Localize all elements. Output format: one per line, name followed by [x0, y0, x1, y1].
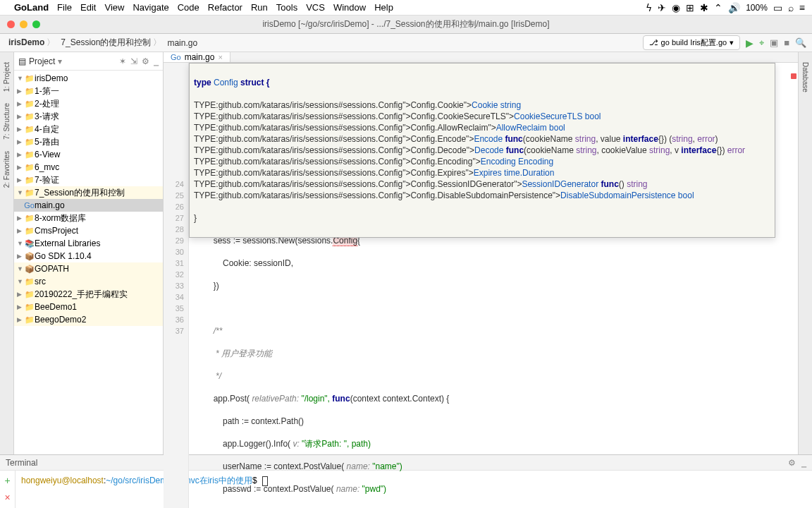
traffic-lights: [0, 20, 40, 28]
locate-icon[interactable]: ✶: [119, 56, 126, 66]
battery-icon[interactable]: ▭: [773, 2, 782, 13]
editor-tab[interactable]: Go main.go ×: [164, 52, 230, 62]
rail-database[interactable]: Database: [801, 62, 809, 92]
hide-icon[interactable]: ⎯: [801, 458, 806, 468]
search-icon[interactable]: 🔍: [795, 37, 806, 48]
run-config-label: go build Iris配置.go: [661, 37, 727, 48]
main-area: 1: Project 7: Structure 2: Favorites ▤ P…: [0, 52, 812, 454]
code-area[interactable]: type Config struct { TYPE:github.com/kat…: [189, 63, 798, 508]
wifi-icon[interactable]: ⌃: [714, 2, 722, 13]
close-tab-icon[interactable]: ×: [218, 53, 222, 61]
editor-tabs: Go main.go ×: [164, 52, 798, 63]
tree-item[interactable]: Gomain.go: [14, 199, 163, 212]
tree-item[interactable]: ▶📁4-自定: [14, 123, 163, 135]
minimize-window[interactable]: [20, 20, 27, 28]
tray-icon[interactable]: ⌕: [788, 2, 794, 13]
go-file-icon: Go: [171, 53, 181, 61]
macos-menubar: GoLand File Edit View Navigate Code Refa…: [0, 0, 812, 16]
tray-icon[interactable]: ≡: [799, 2, 805, 13]
app-name[interactable]: GoLand: [14, 2, 49, 13]
close-session-icon[interactable]: ×: [4, 492, 10, 503]
maximize-window[interactable]: [32, 20, 40, 28]
close-window[interactable]: [7, 20, 15, 28]
navigation-bar: irisDemo 7_Session的使用和控制 main.go ⎇ go bu…: [0, 34, 812, 52]
new-session-icon[interactable]: +: [4, 475, 10, 486]
gear-icon[interactable]: ⚙: [142, 56, 149, 66]
title-bar: irisDemo [~/go/src/irisDemo] - .../7_Ses…: [0, 16, 812, 34]
macos-tray: ϟ ✈ ◉ ⊞ ✱ ⌃ 🔊 100% ▭ ⌕ ≡: [646, 2, 805, 13]
tray-icon[interactable]: ✈: [658, 2, 666, 13]
menu-tools[interactable]: Tools: [276, 2, 297, 13]
right-tool-rail: Database: [798, 52, 812, 454]
hammer-icon: ⎇: [649, 38, 658, 47]
menu-navigate[interactable]: Navigate: [133, 2, 168, 13]
window-title: irisDemo [~/go/src/irisDemo] - .../7_Ses…: [262, 18, 549, 30]
tree-item[interactable]: ▶📁BeeDemo1: [14, 301, 163, 313]
tree-item[interactable]: ▶📁2-处理: [14, 97, 163, 110]
editor-body[interactable]: 2425262728293031323334353637 type Config…: [164, 63, 798, 508]
collapse-icon[interactable]: ⇲: [130, 56, 137, 66]
menu-code[interactable]: Code: [178, 2, 199, 13]
tree-item[interactable]: ▶📦Go SDK 1.10.4: [14, 250, 163, 262]
menu-help[interactable]: Help: [374, 2, 393, 13]
tree-item[interactable]: ▶📁8-xorm数据库: [14, 212, 163, 224]
project-title: Project: [29, 56, 55, 66]
tree-item[interactable]: ▼📚External Libraries: [14, 237, 163, 250]
tree-item[interactable]: ▶📁7-验证: [14, 174, 163, 186]
stop-button[interactable]: ■: [784, 37, 789, 48]
tree-item[interactable]: ▶📁6-View: [14, 148, 163, 161]
tray-icon[interactable]: ◉: [672, 2, 680, 13]
tab-label: main.go: [185, 52, 215, 62]
run-button[interactable]: ▶: [746, 37, 753, 49]
tree-item[interactable]: ▶📁1-第一: [14, 85, 163, 97]
rail-favorites[interactable]: 2: Favorites: [3, 151, 11, 188]
tree-item[interactable]: ▶📁3-请求: [14, 110, 163, 123]
debug-button[interactable]: ⌖: [759, 37, 764, 49]
volume-icon[interactable]: 🔊: [728, 2, 740, 13]
tray-icon[interactable]: ⊞: [686, 2, 694, 13]
menu-edit[interactable]: Edit: [80, 2, 96, 13]
chevron-down-icon[interactable]: ▾: [58, 56, 62, 66]
breadcrumb[interactable]: irisDemo: [6, 37, 58, 49]
editor-area: Go main.go × 242526272829303132333435363…: [164, 52, 798, 454]
left-tool-rail: 1: Project 7: Structure 2: Favorites: [0, 52, 14, 454]
run-config-select[interactable]: ⎇ go build Iris配置.go ▾: [643, 35, 741, 50]
doc-popup: type Config struct { TYPE:github.com/kat…: [189, 63, 775, 238]
menu-file[interactable]: File: [57, 2, 72, 13]
breadcrumb[interactable]: main.go: [164, 38, 200, 48]
project-header: ▤ Project ▾ ✶ ⇲ ⚙ ⎯: [14, 52, 163, 71]
rail-structure[interactable]: 7: Structure: [3, 103, 11, 140]
tree-item[interactable]: ▶📁CmsProject: [14, 224, 163, 237]
menu-vcs[interactable]: VCS: [306, 2, 325, 13]
error-marker[interactable]: [791, 73, 796, 79]
battery-pct: 100%: [746, 3, 768, 13]
tray-icon[interactable]: ϟ: [646, 2, 652, 13]
tree-item[interactable]: ▼📁src: [14, 275, 163, 288]
gutter: 2425262728293031323334353637: [164, 63, 189, 508]
tree-item[interactable]: ▶📁6_mvc: [14, 161, 163, 174]
terminal-title: Terminal: [6, 458, 37, 468]
project-panel: ▤ Project ▾ ✶ ⇲ ⚙ ⎯ ▼📁irisDemo▶📁1-第一▶📁2-…: [14, 52, 164, 454]
tree-item[interactable]: ▶📁BeegoDemo2: [14, 313, 163, 326]
menu-run[interactable]: Run: [251, 2, 268, 13]
breadcrumb[interactable]: 7_Session的使用和控制: [58, 37, 164, 49]
toolbar-icon[interactable]: ▣: [770, 37, 778, 48]
rail-project[interactable]: 1: Project: [3, 62, 11, 92]
tree-item[interactable]: ▼📁irisDemo: [14, 72, 163, 85]
chevron-down-icon: ▾: [730, 38, 734, 47]
hide-icon[interactable]: ⎯: [154, 56, 159, 66]
menu-view[interactable]: View: [104, 2, 124, 13]
tree-item[interactable]: ▼📦GOPATH: [14, 262, 163, 275]
menu-refactor[interactable]: Refactor: [208, 2, 242, 13]
project-tree[interactable]: ▼📁irisDemo▶📁1-第一▶📁2-处理▶📁3-请求▶📁4-自定▶📁5-路由…: [14, 71, 163, 454]
terminal-side-toolbar: + ×: [0, 471, 16, 508]
tray-icon[interactable]: ✱: [700, 2, 708, 13]
tree-item[interactable]: ▶📁20190222_手把手编程实: [14, 288, 163, 301]
menu-window[interactable]: Window: [333, 2, 366, 13]
tree-item[interactable]: ▼📁7_Session的使用和控制: [14, 186, 163, 199]
tree-item[interactable]: ▶📁5-路由: [14, 135, 163, 148]
project-icon: ▤: [18, 56, 26, 66]
